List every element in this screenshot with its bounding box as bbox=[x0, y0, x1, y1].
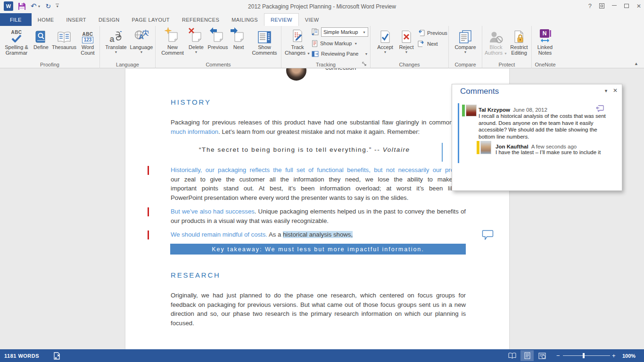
group-label-language: Language bbox=[100, 62, 155, 67]
button-label: Restrict bbox=[510, 44, 528, 50]
word-window: { "app":{"logo_letter":"W","help_glyph":… bbox=[0, 0, 644, 362]
translate-button[interactable]: a Translate ▼ bbox=[104, 27, 128, 54]
dropdown-icon: ▼ bbox=[363, 30, 366, 34]
zoom-slider-handle[interactable] bbox=[583, 353, 585, 358]
tab-design[interactable]: DESIGN bbox=[92, 13, 126, 26]
comment-avatar bbox=[466, 105, 477, 116]
history-heading: HISTORY bbox=[171, 98, 211, 106]
button-label: Language bbox=[130, 44, 153, 50]
tab-file[interactable]: FILE bbox=[0, 13, 32, 26]
next-change-icon bbox=[418, 41, 425, 47]
comment-author[interactable]: Tal Krzypow bbox=[479, 107, 510, 113]
group-label-comments: Comments bbox=[156, 62, 281, 67]
sparkle-icon bbox=[165, 27, 172, 34]
new-comment-button[interactable]: New Comment bbox=[159, 27, 186, 56]
reviewing-pane-button[interactable]: Reviewing Pane ▼ bbox=[312, 49, 368, 58]
language-button[interactable]: A Language ▼ bbox=[129, 27, 154, 54]
next-change-button[interactable]: Next bbox=[418, 40, 438, 48]
tab-mailings[interactable]: MAILINGS bbox=[225, 13, 264, 26]
ribbon-tab-bar: FILE HOME INSERT DESIGN PAGE LAYOUT REFE… bbox=[0, 13, 644, 26]
web-layout-button[interactable] bbox=[536, 350, 549, 361]
restrict-editing-icon bbox=[513, 30, 525, 43]
tab-page-layout[interactable]: PAGE LAYOUT bbox=[126, 13, 176, 26]
proofing-status-icon[interactable] bbox=[53, 352, 60, 360]
comments-pane-close-icon[interactable]: ✕ bbox=[613, 87, 618, 94]
comment-avatar bbox=[480, 141, 491, 154]
paragraph-line: We should remain mindful of costs. As a … bbox=[171, 230, 466, 239]
paragraph-line: But we’ve also had successes. Unique pac… bbox=[171, 207, 466, 216]
accept-button[interactable]: Accept ▼ bbox=[373, 27, 397, 54]
onenote-n-glyph: N bbox=[540, 29, 549, 38]
comment-text: I recall a historical analysis of the co… bbox=[479, 113, 607, 140]
word-count-button[interactable]: ABC 123 Word Count bbox=[77, 27, 98, 56]
help-icon[interactable]: ? bbox=[588, 2, 592, 9]
dropdown-icon: ▼ bbox=[115, 50, 118, 54]
tab-insert[interactable]: INSERT bbox=[60, 13, 92, 26]
paragraph-line: Packaging for previous releases of this … bbox=[171, 118, 466, 127]
change-bar bbox=[148, 207, 149, 216]
paragraph-line: focused. bbox=[171, 319, 466, 328]
reject-button[interactable]: Reject ▼ bbox=[396, 27, 417, 54]
show-comments-button[interactable]: Show Comments bbox=[250, 27, 279, 56]
inserted-text: But we’ve also had successes bbox=[171, 208, 255, 215]
ribbon: ABC Spelling & Grammar Define bbox=[0, 26, 644, 68]
collapse-ribbon-icon[interactable]: ▲ bbox=[634, 61, 638, 66]
group-label-protect: Protect bbox=[482, 62, 531, 67]
comment-balloon-icon[interactable] bbox=[482, 230, 494, 240]
zoom-slider-track[interactable] bbox=[563, 355, 610, 356]
previous-comment-button[interactable]: Previous bbox=[206, 27, 229, 50]
tab-review[interactable]: REVIEW bbox=[264, 13, 299, 26]
track-changes-button[interactable]: Track Changes ▼ bbox=[284, 27, 311, 56]
zoom-out-button[interactable]: − bbox=[556, 352, 560, 359]
delete-comment-button[interactable]: Delete ▼ bbox=[186, 27, 206, 54]
button-label: Show Markup bbox=[320, 41, 352, 46]
linked-notes-button[interactable]: N Linked Notes bbox=[533, 27, 557, 56]
reply-icon[interactable] bbox=[596, 105, 604, 112]
previous-change-button[interactable]: Previous bbox=[418, 29, 447, 37]
spelling-grammar-button[interactable]: ABC Spelling & Grammar bbox=[2, 27, 31, 56]
deleted-text: connection bbox=[325, 68, 356, 71]
group-label-compare: Compare bbox=[449, 62, 482, 67]
paragraph-line: our products in a visual way that was ea… bbox=[171, 216, 466, 226]
button-label: Editing bbox=[511, 50, 527, 56]
tracking-dialog-launcher[interactable] bbox=[362, 62, 367, 67]
inserted-text: much information bbox=[171, 128, 218, 135]
zoom-level[interactable]: 100% bbox=[622, 353, 636, 359]
language-char-icon bbox=[142, 29, 149, 36]
dropdown-icon: ▼ bbox=[354, 41, 357, 46]
show-markup-button[interactable]: Show Markup ▼ bbox=[312, 39, 357, 48]
abc-glyph: ABC bbox=[82, 32, 94, 37]
body-text: As a bbox=[267, 231, 283, 238]
close-button[interactable]: ✕ bbox=[636, 3, 641, 9]
show-comments-icon bbox=[258, 31, 271, 43]
tab-references[interactable]: REFERENCES bbox=[176, 13, 225, 26]
word-count-status[interactable]: 1181 WORDS bbox=[4, 353, 39, 359]
title-bar: W ↶ ▼ ↻ ▼ 2012 Packaging Project Plannin… bbox=[0, 0, 644, 13]
dropdown-icon: ▼ bbox=[384, 50, 387, 54]
define-button[interactable]: Define bbox=[32, 27, 50, 50]
group-tracking: Track Changes ▼ Simple Markup ▼ Show Mar… bbox=[281, 26, 371, 68]
tab-view[interactable]: VIEW bbox=[299, 13, 325, 26]
banner-text: Key takeaway: We must less but more impa… bbox=[212, 246, 424, 253]
minimize-button[interactable] bbox=[612, 5, 617, 6]
next-comment-button[interactable]: Next bbox=[229, 27, 248, 50]
zoom-in-button[interactable]: + bbox=[612, 352, 616, 359]
button-label: Translate bbox=[105, 44, 126, 50]
markup-mode-value: Simple Markup bbox=[323, 29, 358, 35]
button-label: Word bbox=[82, 44, 94, 50]
thesaurus-book-icon bbox=[57, 31, 71, 43]
tab-home[interactable]: HOME bbox=[32, 13, 60, 26]
print-layout-button[interactable] bbox=[520, 350, 534, 361]
group-language: a Translate ▼ A Languag bbox=[100, 26, 156, 68]
comment-thread-line bbox=[458, 103, 459, 163]
dropdown-icon: ▼ bbox=[307, 52, 310, 55]
comments-pane-menu-icon[interactable]: ▼ bbox=[604, 89, 608, 93]
thesaurus-button[interactable]: Thesaurus bbox=[51, 27, 77, 50]
markup-mode-select[interactable]: Simple Markup ▼ bbox=[321, 27, 368, 37]
restore-button[interactable] bbox=[624, 4, 629, 8]
read-mode-button[interactable] bbox=[505, 350, 519, 361]
compare-button[interactable]: Compare ▼ bbox=[451, 27, 479, 54]
button-label: Linked bbox=[537, 44, 553, 50]
fullscreen-icon[interactable] bbox=[599, 3, 604, 8]
restrict-editing-button[interactable]: Restrict Editing bbox=[508, 27, 530, 56]
